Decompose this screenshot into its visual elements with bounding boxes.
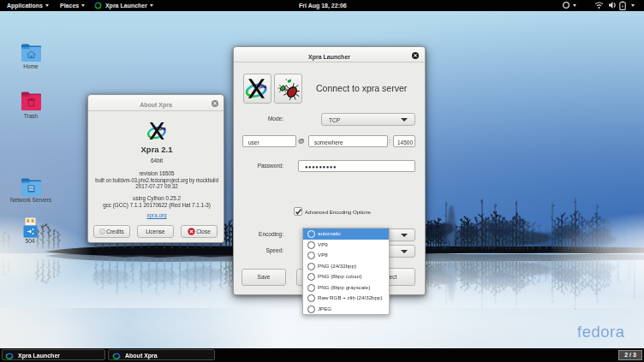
svg-text:pra: pra	[259, 84, 266, 89]
svg-text:pra: pra	[159, 127, 166, 131]
svg-text:i: i	[102, 229, 104, 234]
